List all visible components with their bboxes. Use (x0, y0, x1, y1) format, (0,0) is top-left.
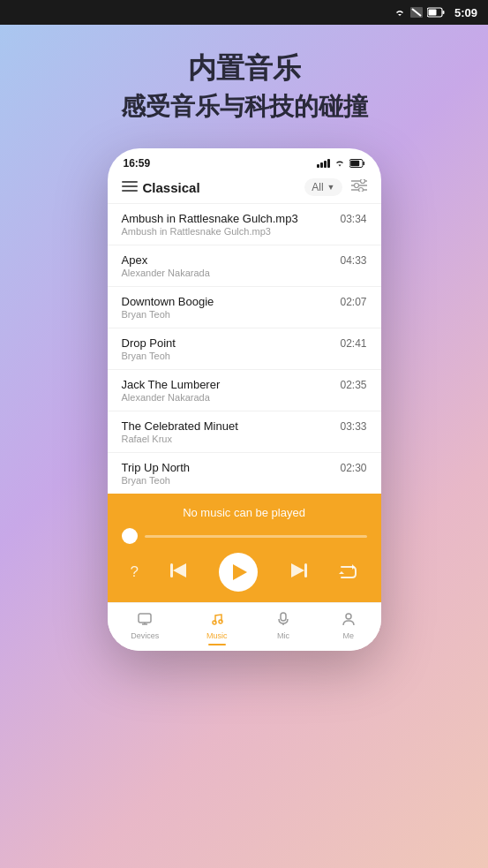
song-artist-3: Bryan Teoh (122, 351, 176, 361)
song-duration-0: 03:34 (340, 212, 366, 225)
song-title-2: Downtown Boogie (122, 295, 214, 308)
svg-point-32 (346, 614, 351, 619)
svg-marker-23 (339, 571, 344, 574)
wifi-icon (394, 8, 406, 18)
app-header-left: Classical (122, 180, 200, 195)
menu-icon[interactable] (122, 180, 138, 194)
song-duration-3: 02:41 (340, 336, 366, 350)
filter-label: All (312, 181, 323, 193)
song-title-6: Trip Up North (122, 461, 191, 474)
nav-label-mic: Mic (277, 631, 289, 640)
song-artist-5: Rafael Krux (122, 434, 238, 444)
song-title-0: Ambush in Rattlesnake Gulch.mp3 (122, 212, 298, 225)
phone-status-right (317, 159, 365, 168)
svg-rect-30 (281, 613, 286, 621)
song-duration-5: 03:33 (340, 419, 366, 433)
song-title-1: Apex (122, 253, 210, 267)
song-artist-4: Alexander Nakarada (122, 392, 221, 403)
svg-rect-12 (122, 190, 138, 192)
svg-point-28 (213, 621, 216, 624)
nav-inactive-spacer (340, 644, 357, 645)
svg-rect-21 (304, 563, 307, 577)
song-item-1[interactable]: Apex Alexander Nakarada 04:33 (108, 245, 381, 286)
nav-item-music[interactable]: Music (206, 612, 228, 645)
song-info-1: Apex Alexander Nakarada (122, 253, 210, 278)
svg-rect-11 (122, 185, 138, 187)
play-triangle-icon (233, 564, 247, 580)
song-item-5[interactable]: The Celebrated Minuet Rafael Krux 03:33 (108, 411, 381, 452)
song-info-4: Jack The Lumberer Alexander Nakarada (122, 378, 221, 403)
svg-rect-9 (350, 161, 359, 167)
svg-point-16 (360, 179, 364, 184)
progress-bar-track[interactable] (145, 535, 367, 538)
next-button[interactable] (289, 562, 307, 583)
song-duration-2: 02:07 (340, 295, 366, 308)
song-item-3[interactable]: Drop Point Bryan Teoh 02:41 (108, 328, 381, 369)
play-button[interactable] (219, 553, 258, 592)
song-info-3: Drop Point Bryan Teoh (122, 336, 176, 361)
song-artist-0: Ambush in Rattlesnake Gulch.mp3 (122, 226, 298, 237)
status-icons: 5:09 (394, 6, 477, 19)
song-item-2[interactable]: Downtown Boogie Bryan Teoh 02:07 (108, 286, 381, 328)
bottom-nav: Devices Music Mic Me (108, 602, 381, 651)
system-status-bar: 5:09 (0, 0, 488, 25)
nav-icon-devices (138, 612, 152, 630)
song-artist-2: Bryan Teoh (122, 309, 214, 320)
help-button[interactable]: ? (131, 563, 139, 581)
battery-icon (427, 7, 445, 18)
nav-inactive-spacer (274, 644, 292, 645)
nav-inactive-spacer (136, 644, 154, 645)
player-area: No music can be played ? (108, 494, 381, 602)
nav-icon-mic (276, 612, 290, 630)
song-info-0: Ambush in Rattlesnake Gulch.mp3 Ambush i… (122, 212, 298, 237)
phone-time: 16:59 (124, 157, 151, 170)
nav-label-devices: Devices (131, 631, 159, 640)
nav-item-me[interactable]: Me (340, 612, 357, 645)
song-title-4: Jack The Lumberer (122, 378, 221, 391)
song-list: Ambush in Rattlesnake Gulch.mp3 Ambush i… (108, 203, 381, 494)
repeat-button[interactable] (338, 563, 357, 582)
nav-active-indicator (208, 644, 226, 645)
svg-point-17 (354, 184, 358, 188)
song-duration-6: 02:30 (340, 461, 366, 474)
dropdown-arrow-icon: ▼ (327, 183, 335, 192)
nav-icon-music (210, 612, 224, 630)
phone-signal-icon (317, 159, 330, 168)
svg-rect-10 (122, 181, 138, 183)
app-title: Classical (143, 180, 200, 195)
equalizer-icon[interactable] (351, 178, 367, 196)
song-title-5: The Celebrated Minuet (122, 419, 238, 433)
progress-dot[interactable] (122, 528, 138, 544)
svg-marker-0 (398, 14, 402, 16)
song-item-6[interactable]: Trip Up North Bryan Teoh 02:30 (108, 452, 381, 494)
nav-icon-me (342, 612, 356, 630)
signal-icon (410, 7, 423, 18)
nav-label-me: Me (342, 631, 354, 640)
nav-item-devices[interactable]: Devices (131, 612, 159, 645)
song-item-0[interactable]: Ambush in Rattlesnake Gulch.mp3 Ambush i… (108, 203, 381, 245)
svg-rect-25 (139, 614, 151, 623)
svg-marker-22 (291, 563, 304, 577)
prev-button[interactable] (170, 562, 188, 583)
headline-title: 内置音乐 (188, 51, 301, 85)
app-header: Classical All ▼ (108, 173, 381, 203)
main-content: 内置音乐 感受音乐与科技的碰撞 16:59 (0, 25, 488, 668)
nav-label-music: Music (206, 631, 228, 640)
svg-rect-19 (170, 563, 173, 577)
song-duration-1: 04:33 (340, 253, 366, 267)
song-title-3: Drop Point (122, 336, 176, 350)
song-artist-6: Bryan Teoh (122, 475, 191, 486)
song-info-5: The Celebrated Minuet Rafael Krux (122, 419, 238, 444)
nav-item-mic[interactable]: Mic (274, 612, 292, 645)
phone-battery-icon (349, 159, 365, 168)
player-controls: ? (122, 553, 367, 592)
svg-marker-6 (338, 165, 341, 167)
song-info-6: Trip Up North Bryan Teoh (122, 461, 191, 486)
song-info-2: Downtown Boogie Bryan Teoh (122, 295, 214, 320)
svg-rect-5 (428, 10, 436, 16)
filter-dropdown[interactable]: All ▼ (304, 178, 342, 196)
headline-subtitle: 感受音乐与科技的碰撞 (121, 90, 368, 124)
phone-wifi-icon (334, 159, 346, 168)
svg-rect-4 (442, 11, 444, 14)
song-item-4[interactable]: Jack The Lumberer Alexander Nakarada 02:… (108, 369, 381, 411)
